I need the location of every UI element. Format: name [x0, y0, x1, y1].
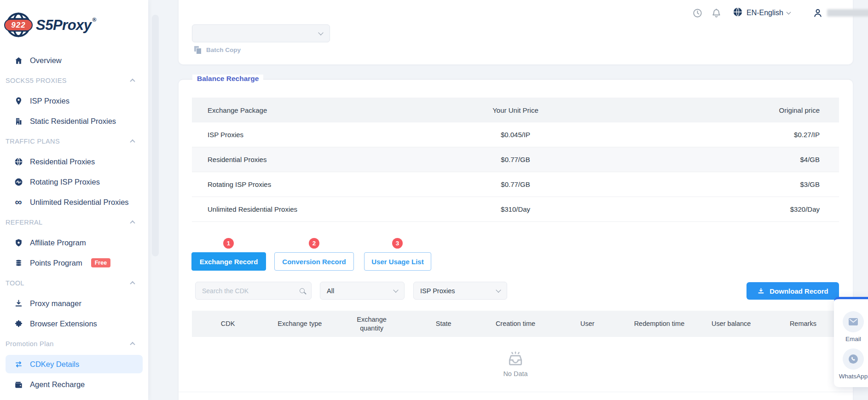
globe-icon [14, 157, 23, 166]
chevron-up-icon [130, 220, 135, 226]
chevron-down-icon [496, 287, 501, 292]
infinity-icon: ∞ [14, 197, 23, 207]
brand-logo: 922 S5Proxy® [0, 0, 148, 38]
sidebar-section-referral[interactable]: REFERRAL [0, 212, 148, 232]
globe-icon [733, 7, 743, 19]
whatsapp-icon [848, 354, 859, 365]
pin-icon [14, 96, 23, 105]
sidebar-section-promotion-plan[interactable]: Promotion Plan [0, 334, 148, 354]
sidebar-item-overview[interactable]: Overview [0, 50, 148, 70]
email-label: Email [845, 336, 861, 342]
divider [179, 392, 853, 392]
sidebar-item-affiliate-program[interactable]: Affiliate Program [0, 232, 148, 253]
table-row: Residential Proxies $0.77/GB $4/GB [192, 147, 839, 172]
user-account[interactable] [812, 7, 868, 18]
sidebar-nav: Overview SOCKS5 PROXIES ISP Proxies Stat… [0, 50, 148, 394]
bell-icon[interactable] [711, 8, 722, 18]
empty-state: No Data [192, 337, 839, 392]
price-table-header: Exchange Package Your Unit Price Origina… [192, 98, 839, 122]
username-blurred [827, 9, 868, 17]
chevron-down-icon [393, 287, 398, 292]
rotate-icon [14, 177, 23, 186]
chevron-down-icon [787, 10, 791, 15]
empty-inbox-icon [507, 351, 524, 367]
sidebar-item-rotating-isp[interactable]: Rotating ISP Proxies [0, 172, 148, 192]
no-data-label: No Data [503, 370, 527, 377]
whatsapp-label: WhatsApp [839, 373, 868, 380]
table-row: ISP Proxies $0.045/IP $0.27/IP [192, 122, 839, 147]
table-row: Unlimited Residential Proxies $310/Day $… [192, 197, 839, 222]
sidebar-section-socks5[interactable]: SOCKS5 PROXIES [0, 70, 148, 91]
step-badge-1: 1 [223, 238, 234, 249]
sidebar-item-isp-proxies[interactable]: ISP Proxies [0, 91, 148, 111]
sidebar-section-traffic-plans[interactable]: TRAFFIC PLANS [0, 131, 148, 151]
registered-mark: ® [93, 17, 96, 23]
search-input[interactable] [202, 287, 300, 295]
sidebar-item-agent-recharge[interactable]: Agent Recharge [0, 374, 148, 394]
coins-icon [14, 258, 23, 267]
language-label: EN-English [746, 9, 783, 17]
sidebar-item-proxy-manager[interactable]: Proxy manager [0, 293, 148, 313]
tab-exchange-record[interactable]: Exchange Record [191, 252, 266, 271]
exchange-icon [14, 359, 23, 369]
sidebar-item-browser-extensions[interactable]: Browser Extensions [0, 313, 148, 334]
record-tabs: 1 2 3 Exchange Record Conversion Record … [179, 238, 639, 271]
price-table: Exchange Package Your Unit Price Origina… [192, 98, 839, 222]
download-icon [757, 287, 765, 295]
sidebar-item-cdkey-details[interactable]: CDKey Details [6, 355, 143, 373]
email-button[interactable] [843, 311, 864, 332]
content-scrollbar[interactable] [152, 15, 159, 256]
home-icon [14, 56, 23, 65]
history-icon[interactable] [692, 8, 703, 18]
sidebar-item-static-residential[interactable]: Static Residential Proxies [0, 111, 148, 131]
download-icon [14, 299, 23, 308]
chevron-up-icon [130, 139, 135, 145]
copy-icon [194, 46, 202, 54]
cdk-search [195, 282, 312, 300]
step-badge-2: 2 [309, 238, 319, 249]
tab-user-usage-list[interactable]: User Usage List [364, 252, 431, 271]
topbar: EN-English [692, 5, 868, 21]
contact-panel: Email WhatsApp [834, 297, 868, 387]
chevron-up-icon [130, 281, 135, 286]
download-record-button[interactable]: Download Record [746, 282, 839, 300]
shield-icon [14, 238, 23, 247]
globe-922-icon: 922 [6, 12, 31, 38]
package-select[interactable] [192, 24, 330, 42]
balance-recharge-legend: Balance Recharge [192, 75, 263, 83]
free-badge: Free [91, 258, 110, 267]
package-filter-select[interactable]: ISP Proxies [413, 282, 507, 300]
chevron-up-icon [130, 79, 135, 84]
user-icon [812, 7, 823, 18]
state-filter-select[interactable]: All [320, 282, 405, 300]
logo-number: 922 [4, 19, 33, 31]
sidebar-item-unlimited-residential[interactable]: ∞ Unlimited Residential Proxies [0, 192, 148, 212]
search-icon[interactable] [300, 288, 305, 293]
language-selector[interactable]: EN-English [733, 7, 790, 19]
whatsapp-button[interactable] [843, 348, 864, 370]
sidebar-item-points-program[interactable]: Points Program Free [0, 253, 148, 273]
records-table-header: CDK Exchange type Exchange quantity Stat… [192, 311, 839, 337]
puzzle-icon [14, 319, 23, 328]
filter-row: All ISP Proxies Download Record [179, 282, 853, 300]
chevron-down-icon [318, 30, 323, 35]
email-icon [848, 316, 859, 327]
sidebar-section-tool[interactable]: TOOL [0, 273, 148, 293]
sidebar: 922 S5Proxy® Overview SOCKS5 PROXIES ISP… [0, 0, 148, 400]
tab-conversion-record[interactable]: Conversion Record [274, 252, 354, 271]
table-row: Rotating ISP Proxies $0.77/GB $3/GB [192, 172, 839, 197]
logo-text: S5Proxy® [36, 17, 96, 34]
batch-copy-button[interactable]: Batch Copy [194, 46, 241, 54]
step-badge-3: 3 [392, 238, 403, 249]
building-icon [14, 116, 23, 126]
wallet-icon [14, 380, 23, 389]
sidebar-item-residential-proxies[interactable]: Residential Proxies [0, 151, 148, 172]
chevron-up-icon [130, 342, 135, 347]
balance-recharge-card: Balance Recharge Exchange Package Your U… [179, 79, 853, 400]
